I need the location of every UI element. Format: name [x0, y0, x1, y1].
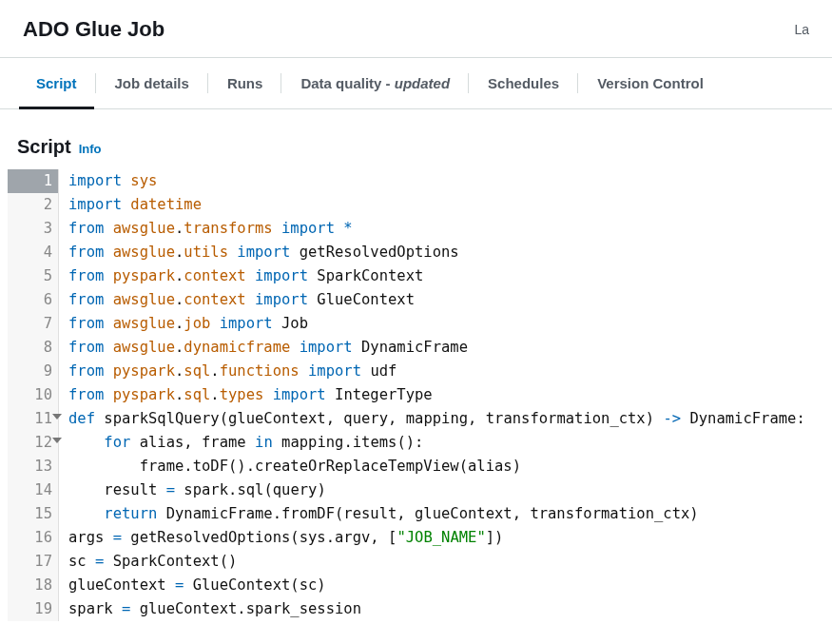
token-kw: for — [104, 434, 130, 451]
code-line[interactable]: 16args = getResolvedOptions(sys.argv, ["… — [8, 526, 832, 550]
code-content[interactable]: from awsglue.transforms import * — [59, 217, 353, 241]
code-content[interactable]: return DynamicFrame.fromDF(result, glueC… — [59, 502, 699, 526]
code-content[interactable]: for alias, frame in mapping.items(): — [59, 431, 423, 455]
code-content[interactable]: frame.toDF().createOrReplaceTempView(ali… — [59, 455, 521, 478]
token-cls: alias — [468, 458, 513, 475]
token-kw: in — [255, 434, 273, 451]
token-cls: glueContext — [140, 600, 238, 617]
code-content[interactable]: sc = SparkContext() — [59, 550, 237, 574]
code-content[interactable]: import datetime — [59, 193, 202, 217]
token-punc: . — [228, 481, 237, 498]
token-cls: spark_session — [246, 600, 361, 617]
token-mod: job — [184, 315, 210, 332]
code-content[interactable]: args = getResolvedOptions(sys.argv, ["JO… — [59, 526, 503, 550]
token-mod: transforms — [184, 220, 272, 237]
line-number: 4 — [8, 241, 59, 264]
tab-label: Job details — [115, 75, 189, 91]
token-op: * — [343, 220, 352, 237]
code-line[interactable]: 2import datetime — [8, 193, 832, 217]
token-fn: sparkSqlQuery — [104, 410, 219, 427]
page-title: ADO Glue Job — [23, 17, 164, 42]
token-cls: DynamicFrame — [689, 410, 796, 427]
tab-data-quality[interactable]: Data quality - updated — [281, 58, 469, 108]
token-cls: transformation_ctx — [530, 505, 689, 522]
code-line[interactable]: 18glueContext = GlueContext(sc) — [8, 574, 832, 597]
token-mod: pyspark — [113, 267, 175, 284]
token-mod: awsglue — [113, 291, 175, 308]
token-punc: . — [210, 362, 219, 380]
tab-version-control[interactable]: Version Control — [578, 58, 723, 108]
code-line[interactable]: 7from awsglue.job import Job — [8, 312, 832, 336]
code-line[interactable]: 8from awsglue.dynamicframe import Dynami… — [8, 336, 832, 360]
code-content[interactable]: from pyspark.context import SparkContext — [59, 264, 423, 288]
line-number: 6 — [8, 288, 59, 312]
token-kw: import — [68, 196, 122, 213]
token-punc: , — [513, 505, 521, 522]
code-content[interactable]: glueContext = GlueContext(sc) — [59, 574, 326, 597]
code-line[interactable]: 19spark = glueContext.spark_session — [8, 597, 832, 621]
tab-script[interactable]: Script — [17, 58, 96, 108]
token-kw: from — [68, 291, 104, 308]
code-content[interactable]: def sparkSqlQuery(glueContext, query, ma… — [59, 407, 805, 431]
token-cls: glueContext — [228, 410, 326, 427]
code-content[interactable]: from awsglue.dynamicframe import Dynamic… — [59, 336, 468, 360]
code-line[interactable]: 15 return DynamicFrame.fromDF(result, gl… — [8, 502, 832, 526]
code-line[interactable]: 1import sys — [8, 169, 832, 193]
tab-runs[interactable]: Runs — [208, 58, 282, 108]
tab-job-details[interactable]: Job details — [96, 58, 208, 108]
code-line[interactable]: 11def sparkSqlQuery(glueContext, query, … — [8, 407, 832, 431]
token-mod: dynamicframe — [184, 339, 290, 356]
code-line[interactable]: 13 frame.toDF().createOrReplaceTempView(… — [8, 455, 832, 478]
token-cls: alias — [140, 434, 184, 451]
code-line[interactable]: 6from awsglue.context import GlueContext — [8, 288, 832, 312]
token-cls: result — [343, 505, 397, 522]
token-mod: awsglue — [113, 220, 175, 237]
code-line[interactable]: 4from awsglue.utils import getResolvedOp… — [8, 241, 832, 264]
token-cls: frame — [202, 434, 246, 451]
fold-toggle-icon[interactable] — [52, 414, 62, 420]
code-content[interactable]: spark = glueContext.spark_session — [59, 597, 361, 621]
info-link[interactable]: Info — [79, 142, 102, 156]
code-line[interactable]: 3from awsglue.transforms import * — [8, 217, 832, 241]
line-number: 16 — [8, 526, 59, 550]
code-line[interactable]: 12 for alias, frame in mapping.items(): — [8, 431, 832, 455]
code-content[interactable]: from awsglue.utils import getResolvedOpt… — [59, 241, 459, 264]
token-punc: ) — [513, 458, 521, 475]
code-content[interactable]: import sys — [59, 169, 157, 193]
token-op: = — [113, 529, 122, 546]
token-fn: sql — [237, 481, 263, 498]
fold-toggle-icon[interactable] — [52, 438, 62, 443]
token-cls: Job — [281, 315, 308, 332]
token-kw: from — [68, 339, 104, 356]
section-header: Script Info — [0, 109, 832, 169]
code-line[interactable]: 5from pyspark.context import SparkContex… — [8, 264, 832, 288]
token-kw: import — [281, 220, 335, 237]
code-line[interactable]: 10from pyspark.sql.types import IntegerT… — [8, 383, 832, 407]
token-cls: DynamicFrame — [166, 505, 273, 522]
code-content[interactable]: from awsglue.job import Job — [59, 312, 308, 336]
token-mod: awsglue — [113, 315, 175, 332]
token-op: = — [175, 576, 184, 594]
token-punc: [ — [388, 529, 397, 546]
token-str: "JOB_NAME" — [397, 529, 485, 546]
token-kw: import — [308, 362, 361, 380]
token-fn: SparkContext — [113, 553, 220, 570]
code-content[interactable]: from pyspark.sql.functions import udf — [59, 360, 397, 383]
line-number: 7 — [8, 312, 59, 336]
token-cls: GlueContext — [317, 291, 415, 308]
token-kw: import — [255, 267, 308, 284]
token-punc: . — [184, 458, 192, 475]
code-content[interactable]: from awsglue.context import GlueContext — [59, 288, 415, 312]
token-cls: sc — [300, 576, 318, 594]
tab-schedules[interactable]: Schedules — [469, 58, 578, 108]
token-fn: toDF — [193, 458, 228, 475]
line-number: 2 — [8, 193, 59, 217]
code-line[interactable]: 17sc = SparkContext() — [8, 550, 832, 574]
code-line[interactable]: 9from pyspark.sql.functions import udf — [8, 360, 832, 383]
code-content[interactable]: from pyspark.sql.types import IntegerTyp… — [59, 383, 433, 407]
tab-label: Version Control — [597, 75, 704, 91]
token-punc: (): — [397, 434, 423, 451]
code-content[interactable]: result = spark.sql(query) — [59, 478, 326, 502]
code-editor[interactable]: 1import sys2import datetime3from awsglue… — [8, 169, 832, 621]
code-line[interactable]: 14 result = spark.sql(query) — [8, 478, 832, 502]
